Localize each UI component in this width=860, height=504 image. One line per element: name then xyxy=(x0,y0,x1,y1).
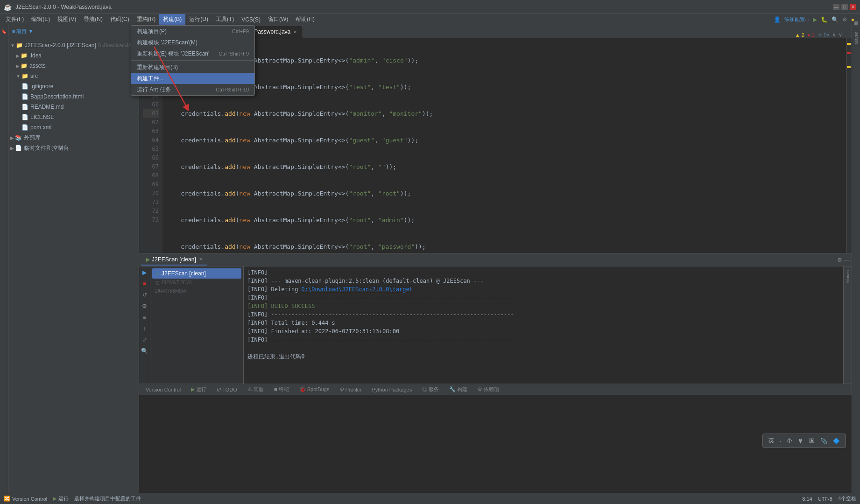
toolbar-debug-icon[interactable]: 🐛 xyxy=(821,16,828,23)
bottom-tab-build[interactable]: 🔧 构建 xyxy=(444,384,472,395)
run-config-item[interactable]: ✓ J2EEScan [clean] xyxy=(152,268,241,279)
bookmarks-icon[interactable]: 🔖 xyxy=(2,29,7,34)
widget-item-2[interactable]: · xyxy=(778,437,783,445)
minimize-button[interactable]: — xyxy=(833,4,839,10)
widget-item-6[interactable]: 📎 xyxy=(818,437,829,445)
run-stop-icon[interactable]: ■ xyxy=(141,280,149,288)
widget-item-1[interactable]: 英 xyxy=(767,436,776,446)
toolbar-settings-icon[interactable]: ⚙ xyxy=(842,16,847,23)
bottom-tab-run[interactable]: ▶ J2EEScan [clean] ✕ xyxy=(141,254,207,266)
tree-item-readme[interactable]: 📄 README.md xyxy=(8,102,139,112)
bottom-tab-services[interactable]: ◎ 服务 xyxy=(417,384,444,395)
close-button[interactable]: ✕ xyxy=(850,4,856,10)
run-filter-icon[interactable]: ≡ xyxy=(141,313,149,322)
bottom-tab-terminal[interactable]: ■ 终端 xyxy=(269,384,294,395)
menu-item-view[interactable]: 视图(V) xyxy=(54,14,80,25)
status-vc-label: Version Control xyxy=(12,496,47,502)
tree-icon-src: 📁 xyxy=(21,73,28,79)
tree-label-readme: README.md xyxy=(30,104,63,110)
maven-icon[interactable]: Maven xyxy=(846,270,850,283)
dropdown-shortcut-build-project: Ctrl+F9 xyxy=(232,28,249,34)
bottom-tab-spotbugs[interactable]: 🐞 SpotBugs xyxy=(295,384,334,395)
tree-item-root[interactable]: ▼ 📁 J2EEScan-2.0.0 [J2EEScan] D:\Downloa… xyxy=(8,40,139,50)
menu-item-code[interactable]: 代码(C) xyxy=(106,14,133,25)
run-expand-icon[interactable]: ⤢ xyxy=(141,336,149,344)
tree-item-src[interactable]: ▼ 📁 src xyxy=(8,71,139,81)
app-icon: ☕ xyxy=(4,3,12,11)
run-close[interactable]: ✕ xyxy=(199,257,203,262)
right-panel-icon-2[interactable]: Maven xyxy=(854,32,859,44)
bottom-tab-python-packages[interactable]: Python Packages xyxy=(367,384,417,395)
run-sidebar: ✓ J2EEScan [clean] 在 2022/6/7 20:31 2时4分… xyxy=(150,266,244,384)
run-rerun-icon[interactable]: ↺ xyxy=(141,291,149,299)
bottom-tab-version-control[interactable]: Version Control xyxy=(141,384,185,395)
dropdown-item-build-project[interactable]: 构建项目(P) Ctrl+F9 xyxy=(131,26,254,37)
widget-item-mic[interactable]: 🎙 xyxy=(796,437,805,445)
bottom-tab-run-strip[interactable]: ▶ 运行 xyxy=(186,384,211,395)
run-play-icon[interactable]: ▶ xyxy=(141,268,149,277)
tree-item-assets[interactable]: ▶ 📁 assets xyxy=(8,61,139,71)
menu-item-window[interactable]: 窗口(W) xyxy=(264,14,292,25)
dropdown-item-rebuild-module[interactable]: 重新构建(E) 模块 'J2EEScan' Ctrl+Shift+F9 xyxy=(131,48,254,59)
menu-item-vcs[interactable]: VCS(S) xyxy=(238,14,264,25)
project-dropdown[interactable]: ≡ 项目 ▼ xyxy=(12,28,33,34)
menu-item-navigate[interactable]: 导航(N) xyxy=(80,14,106,25)
code-content[interactable]: credentials.add(new AbstractMap.SimpleEn… xyxy=(162,38,846,253)
dropdown-item-build-artifact[interactable]: 构建工件... xyxy=(131,73,254,84)
tree-icon-license: 📄 xyxy=(21,114,28,120)
dropdown-item-build-module[interactable]: 构建模块 'J2EEScan'(M) xyxy=(131,37,254,48)
dropdown-item-rebuild-project[interactable]: 重新构建项目(B) xyxy=(131,62,254,73)
dropdown-label-build-artifact: 构建工件... xyxy=(137,75,164,83)
bottom-tab-problems[interactable]: ⚠ 问题 xyxy=(243,384,268,395)
bottom-tab-todo[interactable]: /// TODO xyxy=(212,384,242,395)
sidebar: ≡ 项目 ▼ ⚙ ▼ 📁 J2EEScan-2.0.0 [J2EEScan] D… xyxy=(8,25,139,504)
status-run[interactable]: ▶ 运行 xyxy=(53,495,69,502)
tree-arrow-scratch: ▶ xyxy=(10,146,14,151)
run-search-icon[interactable]: 🔍 xyxy=(141,347,149,355)
tree-item-extlibs[interactable]: ▶ 📚 外部库 xyxy=(8,133,139,143)
menu-item-build[interactable]: 构建(B) xyxy=(159,14,185,25)
menu-item-run[interactable]: 运行(U) xyxy=(185,14,212,25)
dropdown-divider-1 xyxy=(131,60,254,61)
tree-item-scratch[interactable]: ▶ 📄 临时文件和控制台 xyxy=(8,143,139,153)
tree-item-idea[interactable]: ▶ 📁 .idea xyxy=(8,50,139,61)
status-right: 8:14 UTF-8 4个空格 xyxy=(802,495,856,502)
widget-item-3[interactable]: 小 xyxy=(785,436,794,446)
widget-item-5[interactable]: 国 xyxy=(807,436,817,446)
bottom-tab-dependencies[interactable]: ⚙ 依赖项 xyxy=(473,384,504,395)
collapse-icon[interactable]: — xyxy=(844,257,850,263)
menu-item-tools[interactable]: 工具(T) xyxy=(212,14,238,25)
status-vc[interactable]: 🔀 Version Control xyxy=(4,496,47,502)
tree-label-root: J2EEScan-2.0.0 [J2EEScan] xyxy=(25,42,96,49)
tree-item-pom[interactable]: 📄 pom.xml xyxy=(8,122,139,133)
badge-up[interactable]: ∧ xyxy=(832,32,836,38)
badge-down[interactable]: ∨ xyxy=(839,32,842,38)
toolbar-run-icon[interactable]: ▶ xyxy=(813,16,817,23)
settings-icon[interactable]: ⚙ xyxy=(837,257,842,263)
add-config-button[interactable]: 添加配置... xyxy=(784,16,809,23)
menu-item-refactor[interactable]: 重构(R) xyxy=(133,14,160,25)
run-scroll-icon[interactable]: ↓ xyxy=(141,324,149,333)
vc-icon: 🔀 xyxy=(4,496,10,502)
bottom-tab-profiler[interactable]: Ψ Profiler xyxy=(335,384,366,395)
tree-item-license[interactable]: 📄 LICENSE xyxy=(8,112,139,122)
status-line-col: 8:14 xyxy=(802,496,812,502)
run-settings-icon[interactable]: ⚙ xyxy=(141,302,149,310)
output-link[interactable]: D:\Download\J2EEScan-2.0.0\target xyxy=(302,286,413,293)
tab-close-weak[interactable]: ✕ xyxy=(293,29,297,35)
menu-item-file[interactable]: 文件(F) xyxy=(2,14,28,25)
maximize-button[interactable]: □ xyxy=(841,4,848,10)
right-gutter xyxy=(846,38,852,253)
title-bar-left: ☕ J2EEScan-2.0.0 - WeakPassword.java xyxy=(4,3,112,11)
run-timestamp: 在 2022/6/7 20:31 xyxy=(152,279,241,287)
widget-item-7[interactable]: 🔷 xyxy=(831,437,842,445)
status-todo[interactable]: 选择并构建项目中配置的工件 xyxy=(74,495,141,502)
dropdown-item-run-ant[interactable]: 运行 Ant 任务 Ctrl+Shift+F10 xyxy=(131,84,254,95)
tree-item-gitignore[interactable]: 📄 .gitignore xyxy=(8,81,139,91)
user-icon: 👤 xyxy=(774,16,781,23)
menu-item-help[interactable]: 帮助(H) xyxy=(292,14,318,25)
error-badge: ● 1 xyxy=(807,32,815,38)
tree-item-bapp[interactable]: 📄 BappDescription.html xyxy=(8,91,139,102)
toolbar-search-icon[interactable]: 🔍 xyxy=(832,16,839,23)
menu-item-edit[interactable]: 编辑(E) xyxy=(28,14,54,25)
